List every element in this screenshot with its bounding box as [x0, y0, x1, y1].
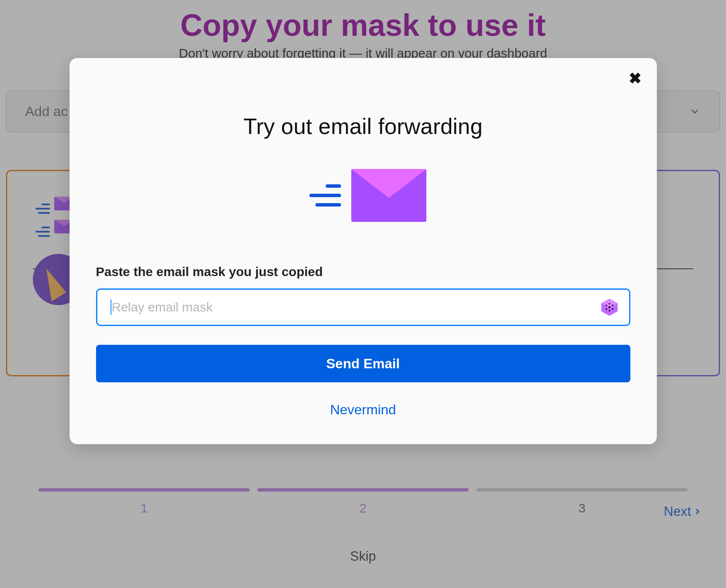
modal-title: Try out email forwarding [70, 114, 657, 139]
close-icon[interactable]: ✖ [629, 71, 641, 86]
svg-point-8 [612, 308, 613, 310]
svg-point-3 [609, 303, 610, 305]
relay-hex-icon[interactable] [600, 297, 619, 317]
mask-input-wrap [96, 288, 630, 326]
speed-lines-icon [300, 184, 341, 207]
envelope-icon [351, 169, 426, 222]
svg-point-4 [609, 310, 610, 311]
svg-point-7 [605, 308, 607, 310]
mask-input[interactable] [96, 288, 630, 326]
modal-overlay: ✖ Try out email forwarding Paste the ema… [0, 0, 726, 588]
text-caret [111, 300, 111, 315]
forwarding-illustration [299, 169, 427, 222]
modal-body: Paste the email mask you just copied [96, 265, 630, 418]
svg-point-2 [608, 306, 610, 309]
svg-point-6 [612, 305, 613, 306]
send-email-button[interactable]: Send Email [96, 345, 630, 382]
mask-field-label: Paste the email mask you just copied [96, 265, 630, 279]
email-forwarding-modal: ✖ Try out email forwarding Paste the ema… [70, 58, 657, 444]
svg-point-5 [605, 305, 607, 306]
nevermind-link[interactable]: Nevermind [96, 402, 630, 418]
